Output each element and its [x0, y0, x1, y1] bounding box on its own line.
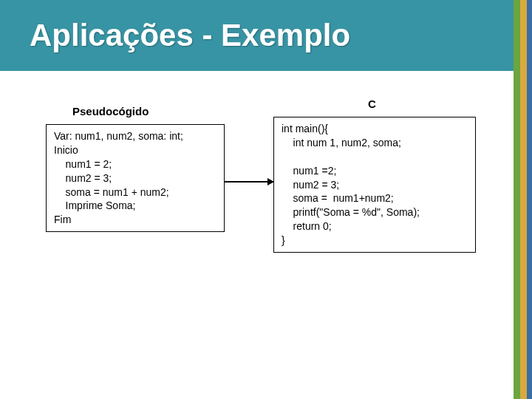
label-pseudocode: Pseudocógido [72, 105, 149, 117]
title-bar: Aplicações - Exemplo [0, 0, 514, 71]
accent-bar-yellow [520, 0, 527, 399]
arrow-icon [225, 181, 273, 183]
accent-bars [514, 0, 532, 399]
slide: Aplicações - Exemplo Pseudocógido C Var:… [0, 0, 532, 399]
code-box-pseudocode: Var: num1, num2, soma: int; Inicio num1 … [46, 124, 225, 232]
accent-bar-blue [527, 0, 532, 399]
slide-title: Aplicações - Exemplo [30, 18, 350, 53]
label-c: C [368, 98, 376, 110]
code-box-c: int main(){ int num 1, num2, soma; num1 … [273, 117, 476, 253]
accent-bar-green [514, 0, 520, 399]
